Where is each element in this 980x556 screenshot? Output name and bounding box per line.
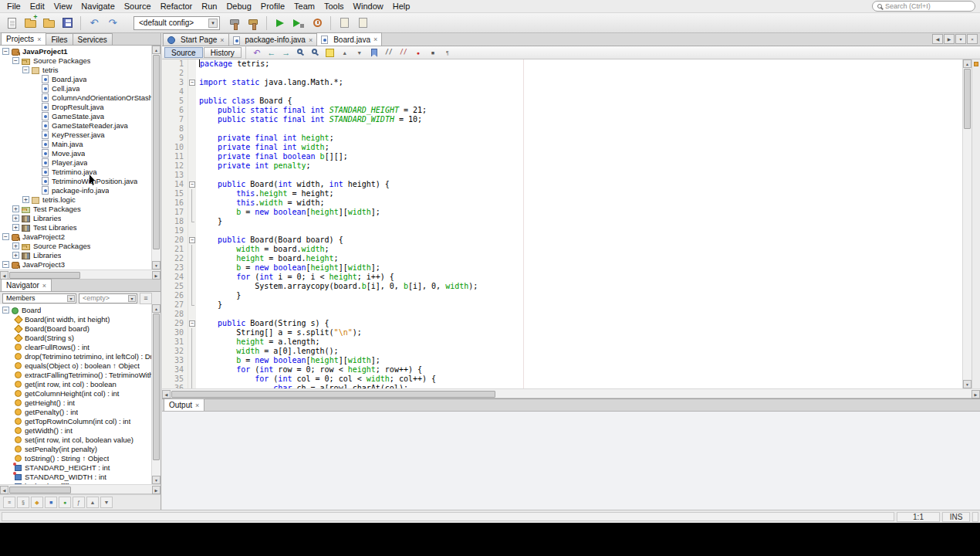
line-number[interactable]: 15: [162, 189, 188, 198]
menu-item-tools[interactable]: Tools: [319, 1, 349, 12]
scroll-right-icon[interactable]: ▶: [972, 390, 980, 398]
code-line-34[interactable]: 34 for (int row = 0; row < height; row++…: [162, 365, 961, 375]
tree-node-javaproject3[interactable]: −JavaProject3: [0, 259, 151, 269]
close-icon[interactable]: ×: [42, 282, 46, 290]
clean-build-project-icon[interactable]: [245, 15, 262, 32]
scrollbar-thumb[interactable]: [9, 272, 80, 279]
collapse-icon[interactable]: −: [12, 57, 19, 64]
line-number[interactable]: 27: [162, 300, 188, 310]
line-number[interactable]: 31: [162, 337, 188, 347]
close-icon[interactable]: ×: [309, 36, 313, 44]
member-drop[interactable]: drop(Tetrimino tetrimino, int leftCol) :…: [0, 351, 151, 361]
expand-icon[interactable]: +: [12, 215, 19, 222]
code-line-17[interactable]: 17 b = new boolean[height][width];: [162, 208, 961, 217]
line-number[interactable]: 7: [162, 115, 188, 124]
editor-tab-package-info-java[interactable]: package-info.java×: [228, 33, 318, 46]
member-setpenalty[interactable]: setPenalty(int penalty): [0, 444, 151, 453]
line-number[interactable]: 33: [162, 356, 188, 365]
menu-item-view[interactable]: View: [49, 1, 77, 12]
profile-project-icon[interactable]: [309, 15, 326, 32]
scroll-down-icon[interactable]: ▼: [152, 261, 161, 270]
code-line-13[interactable]: 13: [162, 171, 961, 180]
navigator-settings-icon[interactable]: ≡: [140, 293, 152, 304]
line-number[interactable]: 5: [162, 97, 188, 106]
find-selection-icon[interactable]: [309, 47, 323, 59]
code-line-30[interactable]: 30 String[] a = s.split("\n");: [162, 328, 961, 337]
line-number[interactable]: 1: [162, 59, 188, 69]
sort-alpha-icon[interactable]: ≡: [3, 497, 15, 508]
line-number[interactable]: 35: [162, 375, 188, 384]
member-equals[interactable]: equals(Object o) : boolean ↑ Object: [0, 361, 151, 370]
line-number[interactable]: 3: [162, 78, 188, 87]
forward-icon[interactable]: →: [279, 47, 293, 59]
code-line-12[interactable]: 12 private int penalty;: [162, 161, 961, 171]
line-number[interactable]: 17: [162, 208, 188, 217]
last-edit-icon[interactable]: ↶: [250, 47, 264, 59]
tree-node-javaproject2[interactable]: −JavaProject2: [0, 232, 151, 241]
tree-node-columnandorientationorstash-java[interactable]: ColumnAndOrientationOrStash.java: [0, 93, 151, 102]
code-line-31[interactable]: 31 height = a.length;: [162, 337, 961, 347]
tree-node-test-packages[interactable]: +Test Packages: [0, 204, 151, 213]
scroll-right-icon[interactable]: ▶: [152, 486, 161, 494]
misc-tool-icon-2[interactable]: [354, 15, 371, 32]
menu-item-team[interactable]: Team: [289, 1, 319, 12]
tree-node-player-java[interactable]: Player.java: [0, 158, 151, 167]
line-number[interactable]: 8: [162, 124, 188, 134]
code-line-33[interactable]: 33 b = new boolean[height][width];: [162, 356, 961, 365]
tree-node-source-packages[interactable]: −Source Packages: [0, 56, 151, 65]
close-icon[interactable]: ×: [373, 36, 377, 43]
line-number[interactable]: 29: [162, 319, 188, 328]
start-macro-icon[interactable]: ●: [411, 47, 425, 59]
panel-tab-projects[interactable]: Projects×: [1, 32, 46, 45]
projects-vertical-scrollbar[interactable]: ▲ ▼: [151, 46, 161, 270]
expand-icon[interactable]: +: [12, 242, 19, 249]
stop-macro-icon[interactable]: ■: [426, 47, 440, 59]
menu-item-debug[interactable]: Debug: [221, 1, 255, 12]
insert-mode-indicator[interactable]: INS: [942, 512, 970, 522]
line-number[interactable]: 16: [162, 198, 188, 208]
tab-output[interactable]: Output ×: [164, 398, 204, 411]
line-number[interactable]: 32: [162, 347, 188, 356]
source-view-button[interactable]: Source: [164, 47, 203, 58]
line-number[interactable]: 4: [162, 87, 188, 97]
code-line-3[interactable]: 3−import static java.lang.Math.*;: [162, 78, 961, 87]
scroll-down-icon[interactable]: ▼: [152, 476, 161, 484]
code-line-14[interactable]: 14− public Board(int width, int height) …: [162, 180, 961, 189]
code-line-8[interactable]: 8: [162, 124, 961, 134]
code-line-20[interactable]: 20− public Board(Board board) {: [162, 236, 961, 245]
code-line-19[interactable]: 19: [162, 226, 961, 236]
code-line-23[interactable]: 23 b = new boolean[height][width];: [162, 263, 961, 273]
filter-static-icon[interactable]: ■: [45, 497, 57, 508]
undo-icon[interactable]: ↶: [86, 15, 103, 32]
scroll-right-icon[interactable]: ▶: [152, 271, 161, 280]
tree-node-tetriminowithposition-java[interactable]: TetriminoWithPosition.java: [0, 176, 151, 185]
tree-node-javaproject1[interactable]: −JavaProject1: [0, 46, 151, 56]
menu-item-refactor[interactable]: Refactor: [156, 1, 198, 12]
line-number[interactable]: 24: [162, 273, 188, 282]
line-number[interactable]: 14: [162, 180, 188, 189]
code-line-27[interactable]: 27 }: [162, 300, 961, 310]
filter-fields-icon[interactable]: ◆: [31, 497, 43, 508]
menu-item-run[interactable]: Run: [197, 1, 221, 12]
code-editor[interactable]: 1package tetris;23−import static java.la…: [162, 59, 980, 388]
menu-item-navigate[interactable]: Navigate: [76, 1, 119, 12]
tree-node-main-java[interactable]: Main.java: [0, 139, 151, 148]
close-icon[interactable]: ×: [195, 402, 199, 409]
history-view-button[interactable]: History: [204, 47, 242, 58]
close-editor-icon[interactable]: ×: [967, 34, 978, 44]
tree-node-dropresult-java[interactable]: DropResult.java: [0, 102, 151, 111]
error-stripe[interactable]: [972, 59, 980, 388]
scroll-up-icon[interactable]: ▲: [152, 46, 161, 54]
tree-node-gamestate-java[interactable]: GameState.java: [0, 111, 151, 120]
line-number[interactable]: 19: [162, 226, 188, 236]
code-line-6[interactable]: 6 public static final int STANDARD_HEIGH…: [162, 106, 961, 115]
tree-node-libraries[interactable]: +Libraries: [0, 213, 151, 222]
member-standard-height[interactable]: STANDARD_HEIGHT : int: [0, 463, 151, 472]
member-getwidth[interactable]: getWidth() : int: [0, 425, 151, 435]
new-file-icon[interactable]: [3, 15, 20, 32]
scroll-up-icon[interactable]: ▲: [152, 304, 161, 313]
line-number[interactable]: 2: [162, 69, 188, 78]
uncomment-icon[interactable]: //: [397, 47, 411, 59]
new-project-icon[interactable]: [22, 15, 39, 32]
line-number[interactable]: 11: [162, 152, 188, 161]
